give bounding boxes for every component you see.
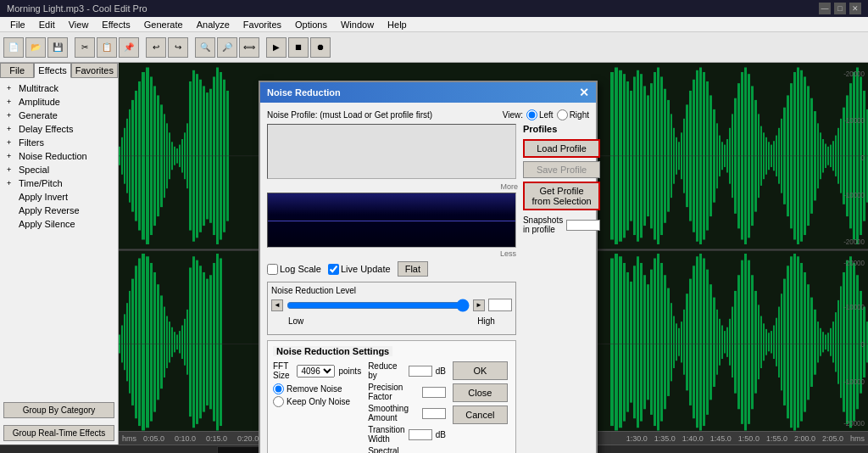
menu-effects[interactable]: Effects xyxy=(95,17,136,32)
menu-options[interactable]: Options xyxy=(288,17,334,32)
toolbar-open[interactable]: 📂 xyxy=(25,37,46,58)
menu-generate[interactable]: Generate xyxy=(137,17,190,32)
view-right-option[interactable]: Right xyxy=(557,109,589,120)
timeline-label: hms xyxy=(122,434,136,443)
tab-favorites[interactable]: Favorites xyxy=(71,63,118,78)
toolbar-new[interactable]: 📄 xyxy=(3,37,24,58)
svg-text:-10000: -10000 xyxy=(843,191,865,199)
live-update-checkbox[interactable] xyxy=(328,264,339,275)
sidebar-item-apply-invert[interactable]: Apply Invert xyxy=(0,190,118,204)
fft-select[interactable]: 4096 2048 1024 xyxy=(297,365,335,378)
sidebar-item-amplitude[interactable]: + Amplitude xyxy=(0,95,118,109)
slider-left-button[interactable]: ◄ xyxy=(271,299,283,311)
minimize-button[interactable]: — xyxy=(819,3,831,14)
sidebar-item-noise-reduction[interactable]: + Noise Reduction xyxy=(0,149,118,163)
group-by-category-button[interactable]: Group By Category xyxy=(3,402,114,418)
svg-rect-185 xyxy=(696,256,698,428)
timeline-tick: 0:05.0 xyxy=(143,434,164,443)
precision-input[interactable]: 7 xyxy=(422,387,446,398)
nr-level-slider[interactable] xyxy=(287,299,470,311)
svg-rect-168 xyxy=(643,275,646,409)
toolbar-cut[interactable]: ✂ xyxy=(75,37,95,58)
keep-only-noise-radio[interactable] xyxy=(273,396,284,407)
nr-level-value[interactable]: 100 xyxy=(488,299,512,311)
svg-rect-145 xyxy=(179,331,181,353)
menu-favorites[interactable]: Favorites xyxy=(236,17,288,32)
sidebar-item-apply-reverse[interactable]: Apply Reverse xyxy=(0,204,118,217)
toolbar-zoom-in[interactable]: 🔍 xyxy=(195,37,215,58)
sidebar-item-filters[interactable]: + Filters xyxy=(0,136,118,149)
transition-input[interactable]: 0 xyxy=(409,429,432,440)
spectral-row: Spectral Decay Rate 65 % xyxy=(368,446,446,453)
sidebar-item-delay[interactable]: + Delay Effects xyxy=(0,122,118,136)
svg-rect-219 xyxy=(797,256,799,428)
group-realtime-button[interactable]: Group Real-Time Effects xyxy=(3,425,114,441)
live-update-label: Live Update xyxy=(341,264,391,274)
ok-button[interactable]: OK xyxy=(453,361,508,380)
toolbar-stop[interactable]: ⏹ xyxy=(288,37,309,58)
sidebar-item-apply-silence[interactable]: Apply Silence xyxy=(0,217,118,231)
svg-rect-213 xyxy=(778,307,780,378)
toolbar-record[interactable]: ⏺ xyxy=(310,37,331,58)
load-profile-button[interactable]: Load Profile xyxy=(523,139,600,158)
menu-view[interactable]: View xyxy=(62,17,96,32)
svg-rect-165 xyxy=(633,266,636,418)
tab-file[interactable]: File xyxy=(0,63,34,78)
cancel-button[interactable]: Cancel xyxy=(453,405,508,424)
log-scale-checkbox[interactable] xyxy=(267,264,278,275)
menu-help[interactable]: Help xyxy=(381,17,414,32)
svg-rect-183 xyxy=(689,279,692,405)
view-left-option[interactable]: Left xyxy=(526,109,554,120)
view-left-radio[interactable] xyxy=(526,109,537,120)
reduce-by-row: Reduce by 40 dB xyxy=(368,361,446,380)
toolbar-copy[interactable]: 📋 xyxy=(97,37,117,58)
tab-effects[interactable]: Effects xyxy=(34,63,70,78)
settings-title: Noise Reduction Settings xyxy=(273,346,392,356)
svg-text:-10000: -10000 xyxy=(843,302,865,310)
remove-noise-radio[interactable] xyxy=(273,383,284,394)
menu-edit[interactable]: Edit xyxy=(32,17,62,32)
smoothing-input[interactable]: 1 xyxy=(422,408,446,419)
svg-rect-234 xyxy=(840,286,842,398)
svg-rect-222 xyxy=(807,284,810,400)
svg-rect-149 xyxy=(189,267,192,417)
toolbar-zoom-fit[interactable]: ⟺ xyxy=(239,37,259,58)
snapshots-input[interactable]: 4000 xyxy=(566,220,600,231)
log-scale-option[interactable]: Log Scale xyxy=(267,264,321,275)
expand-icon: + xyxy=(7,179,15,187)
close-button[interactable]: Close xyxy=(453,383,508,402)
svg-rect-217 xyxy=(790,256,793,428)
toolbar-play[interactable]: ▶ xyxy=(266,37,287,58)
menu-analyze[interactable]: Analyze xyxy=(190,17,236,32)
toolbar-undo[interactable]: ↩ xyxy=(146,37,166,58)
toolbar-save[interactable]: 💾 xyxy=(47,37,68,58)
svg-rect-207 xyxy=(763,323,765,361)
view-right-radio[interactable] xyxy=(557,109,568,120)
svg-rect-235 xyxy=(843,272,845,412)
svg-rect-150 xyxy=(192,256,195,428)
menu-window[interactable]: Window xyxy=(334,17,381,32)
toolbar-redo[interactable]: ↪ xyxy=(168,37,188,58)
sidebar-item-label: Apply Invert xyxy=(19,192,68,202)
sidebar-item-multitrack[interactable]: + Multitrack xyxy=(0,81,118,95)
toolbar-paste[interactable]: 📌 xyxy=(119,37,139,58)
get-profile-button[interactable]: Get Profile from Selection xyxy=(523,182,600,210)
maximize-button[interactable]: □ xyxy=(834,3,846,14)
toolbar-zoom-out[interactable]: 🔎 xyxy=(217,37,237,58)
dialog-close-button[interactable]: ✕ xyxy=(579,86,589,99)
svg-rect-214 xyxy=(781,294,782,390)
sidebar-item-time-pitch[interactable]: + Time/Pitch xyxy=(0,176,118,190)
save-profile-button[interactable]: Save Profile xyxy=(523,161,600,178)
svg-rect-187 xyxy=(703,258,705,426)
close-window-button[interactable]: ✕ xyxy=(849,3,861,14)
slider-right-button[interactable]: ► xyxy=(473,299,485,311)
flat-button[interactable]: Flat xyxy=(398,261,428,277)
view-label: View: xyxy=(503,110,523,120)
svg-rect-228 xyxy=(825,334,826,350)
sidebar-item-generate[interactable]: + Generate xyxy=(0,109,118,122)
svg-rect-135 xyxy=(150,263,153,422)
menu-file[interactable]: File xyxy=(3,17,32,32)
sidebar-item-special[interactable]: + Special xyxy=(0,163,118,176)
reduce-by-input[interactable]: 40 xyxy=(409,366,432,377)
live-update-option[interactable]: Live Update xyxy=(328,264,391,275)
